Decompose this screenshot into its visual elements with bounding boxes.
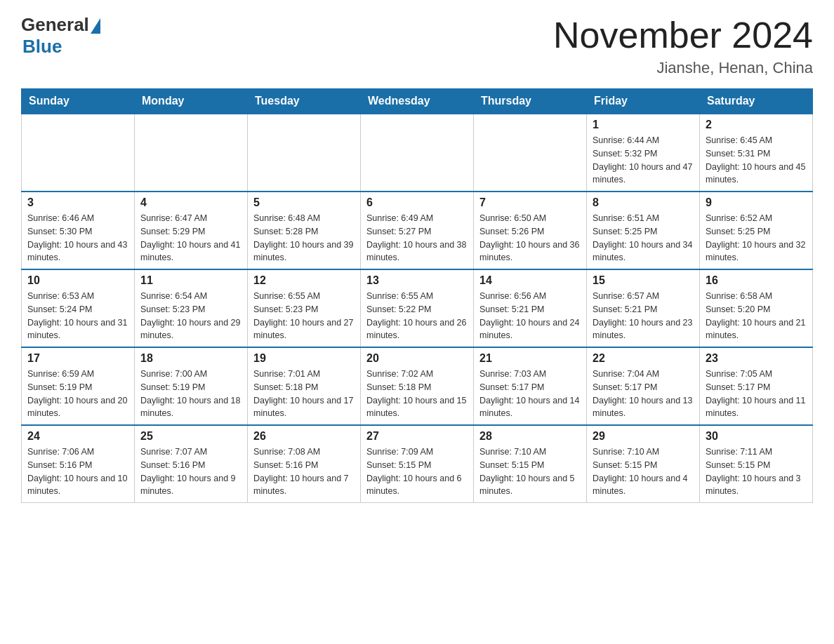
title-section: November 2024 Jianshe, Henan, China [553,14,813,77]
day-number: 25 [140,430,241,443]
calendar-cell: 17Sunrise: 6:59 AM Sunset: 5:19 PM Dayli… [22,347,135,425]
logo-blue-text: Blue [22,36,62,58]
day-info: Sunrise: 7:03 AM Sunset: 5:17 PM Dayligh… [479,368,581,420]
day-number: 15 [593,274,694,287]
day-number: 19 [253,352,355,365]
day-number: 10 [27,274,128,287]
day-number: 4 [140,196,241,209]
day-info: Sunrise: 6:55 AM Sunset: 5:23 PM Dayligh… [253,290,355,342]
calendar-cell: 11Sunrise: 6:54 AM Sunset: 5:23 PM Dayli… [135,269,248,347]
calendar-cell: 29Sunrise: 7:10 AM Sunset: 5:15 PM Dayli… [587,425,700,503]
day-info: Sunrise: 6:47 AM Sunset: 5:29 PM Dayligh… [140,212,241,264]
calendar-cell: 9Sunrise: 6:52 AM Sunset: 5:25 PM Daylig… [700,192,813,269]
day-info: Sunrise: 7:05 AM Sunset: 5:17 PM Dayligh… [706,368,807,420]
calendar-cell: 4Sunrise: 6:47 AM Sunset: 5:29 PM Daylig… [135,192,248,269]
day-number: 23 [706,352,807,365]
day-info: Sunrise: 7:07 AM Sunset: 5:16 PM Dayligh… [140,445,241,498]
calendar-header: SundayMondayTuesdayWednesdayThursdayFrid… [22,89,813,114]
day-number: 1 [593,119,694,131]
day-number: 11 [140,274,241,287]
calendar-cell: 28Sunrise: 7:10 AM Sunset: 5:15 PM Dayli… [474,425,587,503]
day-number: 21 [479,352,581,365]
logo-general-text: General [21,14,89,36]
day-number: 27 [366,430,468,443]
day-info: Sunrise: 6:59 AM Sunset: 5:19 PM Dayligh… [27,368,128,420]
day-info: Sunrise: 6:45 AM Sunset: 5:31 PM Dayligh… [706,134,807,187]
day-info: Sunrise: 7:08 AM Sunset: 5:16 PM Dayligh… [253,445,355,498]
day-info: Sunrise: 7:02 AM Sunset: 5:18 PM Dayligh… [366,368,468,420]
weekday-header-thursday: Thursday [474,89,587,114]
calendar-cell: 7Sunrise: 6:50 AM Sunset: 5:26 PM Daylig… [474,192,587,269]
calendar-cell: 5Sunrise: 6:48 AM Sunset: 5:28 PM Daylig… [248,192,361,269]
calendar-cell: 13Sunrise: 6:55 AM Sunset: 5:22 PM Dayli… [361,269,474,347]
calendar-week-row: 24Sunrise: 7:06 AM Sunset: 5:16 PM Dayli… [22,425,813,503]
page-header: General Blue November 2024 Jianshe, Hena… [21,14,813,77]
day-number: 24 [27,430,128,443]
day-info: Sunrise: 6:46 AM Sunset: 5:30 PM Dayligh… [27,212,128,264]
calendar-cell [22,114,135,192]
day-info: Sunrise: 7:04 AM Sunset: 5:17 PM Dayligh… [593,368,694,420]
calendar-cell: 6Sunrise: 6:49 AM Sunset: 5:27 PM Daylig… [361,192,474,269]
calendar-cell: 3Sunrise: 6:46 AM Sunset: 5:30 PM Daylig… [22,192,135,269]
day-info: Sunrise: 6:56 AM Sunset: 5:21 PM Dayligh… [479,290,581,342]
calendar-cell: 30Sunrise: 7:11 AM Sunset: 5:15 PM Dayli… [700,425,813,503]
weekday-header-wednesday: Wednesday [361,89,474,114]
weekday-header-sunday: Sunday [22,89,135,114]
month-title: November 2024 [553,14,813,56]
day-number: 8 [593,196,694,209]
day-info: Sunrise: 6:58 AM Sunset: 5:20 PM Dayligh… [706,290,807,342]
calendar-cell: 8Sunrise: 6:51 AM Sunset: 5:25 PM Daylig… [587,192,700,269]
calendar-cell: 19Sunrise: 7:01 AM Sunset: 5:18 PM Dayli… [248,347,361,425]
day-number: 7 [479,196,581,209]
calendar-cell: 12Sunrise: 6:55 AM Sunset: 5:23 PM Dayli… [248,269,361,347]
logo-triangle-icon [91,18,100,34]
day-info: Sunrise: 6:51 AM Sunset: 5:25 PM Dayligh… [593,212,694,264]
day-info: Sunrise: 6:53 AM Sunset: 5:24 PM Dayligh… [27,290,128,342]
day-info: Sunrise: 7:10 AM Sunset: 5:15 PM Dayligh… [593,445,694,498]
day-info: Sunrise: 7:01 AM Sunset: 5:18 PM Dayligh… [253,368,355,420]
day-number: 2 [706,119,807,131]
calendar-week-row: 10Sunrise: 6:53 AM Sunset: 5:24 PM Dayli… [22,269,813,347]
calendar-week-row: 1Sunrise: 6:44 AM Sunset: 5:32 PM Daylig… [22,114,813,192]
day-number: 18 [140,352,241,365]
calendar-cell [248,114,361,192]
day-number: 6 [366,196,468,209]
calendar-cell: 1Sunrise: 6:44 AM Sunset: 5:32 PM Daylig… [587,114,700,192]
day-info: Sunrise: 6:48 AM Sunset: 5:28 PM Dayligh… [253,212,355,264]
day-number: 28 [479,430,581,443]
day-info: Sunrise: 7:11 AM Sunset: 5:15 PM Dayligh… [706,445,807,498]
day-number: 29 [593,430,694,443]
day-info: Sunrise: 7:00 AM Sunset: 5:19 PM Dayligh… [140,368,241,420]
weekday-header-row: SundayMondayTuesdayWednesdayThursdayFrid… [22,89,813,114]
day-number: 3 [27,196,128,209]
day-number: 22 [593,352,694,365]
day-info: Sunrise: 7:10 AM Sunset: 5:15 PM Dayligh… [479,445,581,498]
day-info: Sunrise: 6:57 AM Sunset: 5:21 PM Dayligh… [593,290,694,342]
calendar-cell: 24Sunrise: 7:06 AM Sunset: 5:16 PM Dayli… [22,425,135,503]
day-number: 30 [706,430,807,443]
calendar-cell: 10Sunrise: 6:53 AM Sunset: 5:24 PM Dayli… [22,269,135,347]
day-info: Sunrise: 6:55 AM Sunset: 5:22 PM Dayligh… [366,290,468,342]
day-info: Sunrise: 7:06 AM Sunset: 5:16 PM Dayligh… [27,445,128,498]
day-info: Sunrise: 7:09 AM Sunset: 5:15 PM Dayligh… [366,445,468,498]
calendar-cell [474,114,587,192]
day-info: Sunrise: 6:44 AM Sunset: 5:32 PM Dayligh… [593,134,694,187]
day-number: 5 [253,196,355,209]
day-info: Sunrise: 6:50 AM Sunset: 5:26 PM Dayligh… [479,212,581,264]
day-number: 13 [366,274,468,287]
calendar-body: 1Sunrise: 6:44 AM Sunset: 5:32 PM Daylig… [22,114,813,503]
calendar-cell: 14Sunrise: 6:56 AM Sunset: 5:21 PM Dayli… [474,269,587,347]
day-info: Sunrise: 6:54 AM Sunset: 5:23 PM Dayligh… [140,290,241,342]
logo: General Blue [21,14,100,58]
calendar-cell: 20Sunrise: 7:02 AM Sunset: 5:18 PM Dayli… [361,347,474,425]
location-text: Jianshe, Henan, China [553,59,813,77]
day-number: 17 [27,352,128,365]
day-number: 14 [479,274,581,287]
day-number: 20 [366,352,468,365]
calendar-week-row: 3Sunrise: 6:46 AM Sunset: 5:30 PM Daylig… [22,192,813,269]
calendar-cell: 26Sunrise: 7:08 AM Sunset: 5:16 PM Dayli… [248,425,361,503]
day-number: 16 [706,274,807,287]
calendar-cell: 21Sunrise: 7:03 AM Sunset: 5:17 PM Dayli… [474,347,587,425]
calendar-cell [361,114,474,192]
day-info: Sunrise: 6:52 AM Sunset: 5:25 PM Dayligh… [706,212,807,264]
